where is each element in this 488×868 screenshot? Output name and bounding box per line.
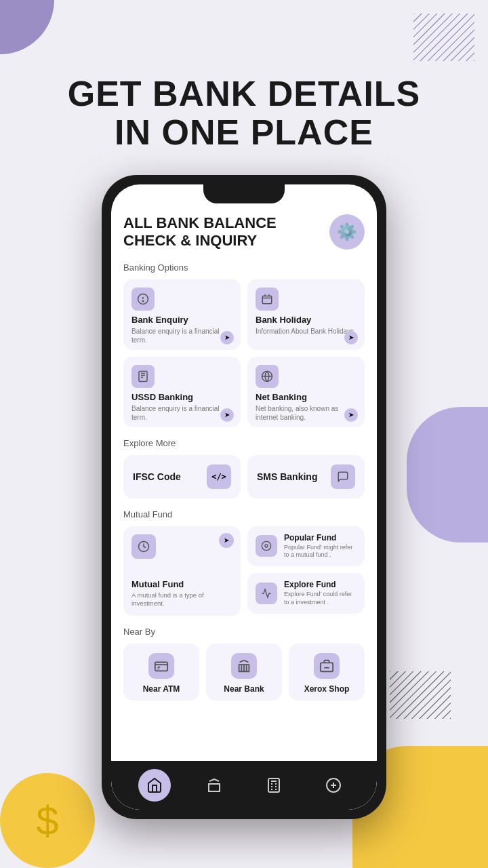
mutual-fund-main-card[interactable]: ➤ Mutual Fund A mutual fund is a type of… bbox=[123, 526, 241, 616]
bottom-nav bbox=[111, 761, 377, 810]
app-title: ALL BANK BALANCE CHECK & INQUIRY bbox=[123, 214, 277, 250]
phone-notch bbox=[203, 184, 285, 203]
mutual-fund-grid: ➤ Mutual Fund A mutual fund is a type of… bbox=[123, 526, 365, 616]
phone-mockup: ALL BANK BALANCE CHECK & INQUIRY ⚙️ Bank… bbox=[102, 175, 386, 819]
explore-more-grid: IFSC Code </> SMS Banking bbox=[123, 455, 365, 498]
svg-point-19 bbox=[265, 545, 268, 547]
near-atm-card[interactable]: Near ATM bbox=[123, 644, 199, 701]
nav-bank[interactable] bbox=[198, 769, 230, 802]
bank-holiday-card[interactable]: Bank Holiday Information About Bank Holi… bbox=[247, 279, 365, 350]
settings-button[interactable]: ⚙️ bbox=[329, 214, 365, 250]
near-atm-icon bbox=[148, 653, 174, 679]
popular-fund-desc: Popular Fund' might refer to a mutual fu… bbox=[284, 544, 357, 559]
near-bank-card[interactable]: Near Bank bbox=[206, 644, 282, 701]
bg-coin-decoration: $ bbox=[0, 773, 95, 868]
svg-point-18 bbox=[262, 542, 270, 551]
xerox-shop-icon bbox=[314, 653, 340, 679]
ifsc-code-card[interactable]: IFSC Code </> bbox=[123, 455, 241, 498]
bg-decoration-midright bbox=[407, 407, 488, 542]
mutual-fund-label: Mutual Fund bbox=[123, 509, 365, 519]
nav-calculator[interactable] bbox=[258, 769, 290, 802]
popular-fund-card[interactable]: Popular Fund Popular Fund' might refer t… bbox=[247, 526, 365, 566]
net-banking-icon bbox=[256, 365, 279, 388]
explore-fund-icon bbox=[256, 583, 277, 604]
ussd-banking-arrow[interactable]: ➤ bbox=[220, 408, 234, 422]
net-banking-card[interactable]: Net Banking Net banking, also known as i… bbox=[247, 357, 365, 427]
bank-enquiry-title: Bank Enquiry bbox=[131, 315, 232, 325]
explore-more-label: Explore More bbox=[123, 438, 365, 448]
bg-hatch-mid bbox=[390, 671, 451, 719]
mutual-right-col: Popular Fund Popular Fund' might refer t… bbox=[247, 526, 365, 616]
nearby-label: Near By bbox=[123, 627, 365, 637]
explore-fund-card[interactable]: Explore Fund Explore Fund' could refer t… bbox=[247, 573, 365, 613]
ussd-banking-icon bbox=[131, 365, 155, 388]
ussd-banking-desc: Balance enquiry is a financial term. bbox=[131, 404, 232, 422]
bank-holiday-title: Bank Holiday bbox=[256, 315, 357, 325]
header-text: GET BANK DETAILS IN ONE PLACE bbox=[0, 75, 488, 152]
ifsc-label: IFSC Code bbox=[133, 471, 181, 482]
svg-rect-1 bbox=[413, 14, 474, 61]
bank-enquiry-icon bbox=[131, 288, 155, 311]
explore-fund-title: Explore Fund bbox=[284, 580, 357, 589]
near-bank-label: Near Bank bbox=[224, 684, 264, 694]
bank-enquiry-card[interactable]: Bank Enquiry Balance enquiry is a financ… bbox=[123, 279, 241, 350]
banking-options-label: Banking Options bbox=[123, 262, 365, 273]
near-atm-label: Near ATM bbox=[143, 684, 180, 694]
nav-finance[interactable] bbox=[317, 769, 350, 802]
sms-banking-card[interactable]: SMS Banking bbox=[247, 455, 365, 498]
net-banking-arrow[interactable]: ➤ bbox=[344, 408, 358, 422]
popular-fund-title: Popular Fund bbox=[284, 533, 357, 542]
app-content[interactable]: ALL BANK BALANCE CHECK & INQUIRY ⚙️ Bank… bbox=[111, 203, 377, 761]
bank-holiday-desc: Information About Bank Holidays. bbox=[256, 327, 357, 336]
mutual-fund-arrow: ➤ bbox=[219, 533, 234, 548]
ussd-banking-title: USSD Banking bbox=[131, 392, 232, 402]
popular-fund-icon bbox=[256, 535, 277, 557]
sms-icon bbox=[331, 465, 355, 489]
bank-holiday-arrow[interactable]: ➤ bbox=[344, 331, 358, 344]
bank-holiday-icon bbox=[256, 288, 279, 311]
ifsc-icon: </> bbox=[207, 465, 231, 489]
bg-hatch-topright bbox=[413, 14, 474, 61]
svg-rect-20 bbox=[155, 663, 167, 671]
xerox-shop-card[interactable]: Xerox Shop bbox=[289, 644, 365, 701]
bank-enquiry-arrow[interactable]: ➤ bbox=[220, 331, 234, 344]
svg-rect-3 bbox=[390, 671, 451, 719]
svg-rect-7 bbox=[262, 296, 272, 303]
near-bank-icon bbox=[231, 653, 257, 679]
explore-fund-info: Explore Fund Explore Fund' could refer t… bbox=[284, 580, 357, 606]
explore-fund-desc: Explore Fund' could refer to a investmen… bbox=[284, 591, 357, 606]
mutual-fund-main-title: Mutual Fund bbox=[131, 579, 232, 589]
mutual-fund-main-icon bbox=[131, 534, 156, 559]
xerox-shop-label: Xerox Shop bbox=[304, 684, 350, 694]
net-banking-title: Net Banking bbox=[256, 392, 357, 402]
popular-fund-info: Popular Fund Popular Fund' might refer t… bbox=[284, 533, 357, 559]
banking-options-grid: Bank Enquiry Balance enquiry is a financ… bbox=[123, 279, 365, 427]
ussd-banking-card[interactable]: USSD Banking Balance enquiry is a financ… bbox=[123, 357, 241, 427]
bank-enquiry-desc: Balance enquiry is a financial term. bbox=[131, 327, 232, 344]
sms-label: SMS Banking bbox=[257, 471, 317, 482]
app-header: ALL BANK BALANCE CHECK & INQUIRY ⚙️ bbox=[123, 214, 365, 250]
svg-point-6 bbox=[142, 300, 144, 302]
nav-home[interactable] bbox=[138, 769, 171, 802]
phone-screen: ALL BANK BALANCE CHECK & INQUIRY ⚙️ Bank… bbox=[111, 184, 377, 810]
bg-decoration-topleft bbox=[0, 0, 54, 54]
net-banking-desc: Net banking, also known as internet bank… bbox=[256, 404, 357, 422]
mutual-fund-main-desc: A mutual fund is a type of investment. bbox=[131, 591, 232, 608]
nearby-grid: Near ATM Near Bank Xerox Shop bbox=[123, 644, 365, 701]
